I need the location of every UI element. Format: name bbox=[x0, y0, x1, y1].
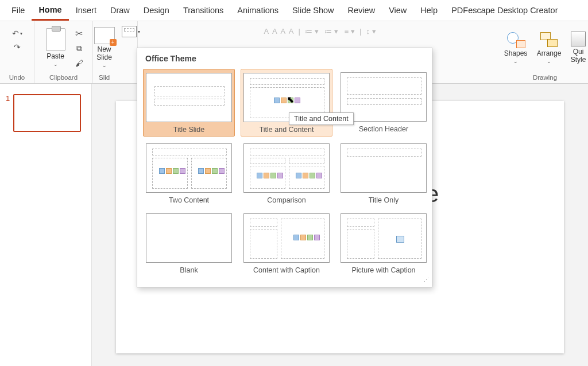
chevron-down-icon: ⌄ bbox=[102, 63, 107, 68]
layout-label: Title Only bbox=[369, 196, 399, 204]
ribbon-group-slides: New Slide ⌄ ▾ Slid bbox=[93, 21, 138, 83]
mouse-cursor-icon: ⬉ bbox=[287, 94, 294, 105]
ribbon-group-clipboard: Paste ⌄ ✂ ⧉ 🖌 Clipboard bbox=[34, 21, 93, 83]
layout-gallery: Office Theme Title SlideTitle and Conten… bbox=[137, 48, 432, 287]
format-painter-button[interactable]: 🖌 bbox=[73, 57, 86, 69]
clipboard-icon bbox=[46, 28, 65, 51]
layout-option-section_header[interactable]: Section Header bbox=[338, 69, 429, 137]
group-label-slides: Slid bbox=[93, 74, 137, 81]
ribbon-group-drawing: Shapes ⌄ Arrange ⌄ Qui Style Drawing bbox=[502, 21, 588, 83]
cut-button[interactable]: ✂ bbox=[73, 27, 86, 40]
chevron-down-icon: ⌄ bbox=[53, 61, 58, 67]
undo-icon: ↶ bbox=[12, 29, 19, 38]
ghost-align-icons: ↕ ▾ bbox=[366, 27, 376, 36]
layout-label: Two Content bbox=[169, 196, 209, 204]
thumbnail-number: 1 bbox=[6, 94, 10, 103]
menu-bar: File Home Insert Draw Design Transitions… bbox=[0, 0, 588, 21]
group-label-drawing: Drawing bbox=[502, 74, 588, 81]
layout-label: Section Header bbox=[359, 125, 408, 133]
menu-draw[interactable]: Draw bbox=[103, 1, 137, 20]
thumbnail-panel: 1 bbox=[0, 84, 92, 366]
layout-option-content_caption[interactable]: Content with Caption bbox=[241, 210, 332, 277]
menu-slideshow[interactable]: Slide Show bbox=[285, 1, 341, 20]
redo-icon: ↷ bbox=[14, 42, 21, 52]
slide-thumbnail-1[interactable] bbox=[13, 94, 81, 132]
ghost-font: A A A A bbox=[264, 27, 293, 36]
tooltip-title-and-content: Title and Content bbox=[289, 112, 354, 125]
arrange-label: Arrange bbox=[537, 49, 562, 57]
layout-option-blank[interactable]: Blank bbox=[143, 210, 235, 277]
layout-button[interactable]: ▾ bbox=[122, 26, 140, 37]
menu-pdfescape[interactable]: PDFescape Desktop Creator bbox=[444, 1, 564, 20]
menu-design[interactable]: Design bbox=[137, 1, 176, 20]
arrange-icon bbox=[539, 31, 559, 48]
menu-view[interactable]: View bbox=[382, 1, 413, 20]
shapes-button[interactable]: Shapes ⌄ bbox=[501, 24, 530, 72]
undo-button[interactable]: ↶▾ bbox=[11, 27, 24, 40]
paste-button[interactable]: Paste ⌄ bbox=[42, 24, 69, 72]
menu-file[interactable]: File bbox=[5, 1, 32, 20]
layout-thumb-comparison bbox=[243, 143, 330, 193]
menu-insert[interactable]: Insert bbox=[69, 1, 103, 20]
layout-thumb-content_caption bbox=[243, 213, 330, 263]
ribbon: ↶▾ ↷ Undo Paste ⌄ ✂ ⧉ 🖌 Clipboard New Sl… bbox=[0, 21, 588, 84]
layout-thumb-two_content bbox=[146, 143, 232, 193]
layout-label: Blank bbox=[180, 266, 198, 274]
new-slide-icon bbox=[94, 27, 115, 44]
layout-label: Content with Caption bbox=[253, 266, 320, 274]
menu-review[interactable]: Review bbox=[341, 1, 382, 20]
layout-thumb-picture_caption bbox=[341, 213, 427, 263]
brush-icon: 🖌 bbox=[75, 59, 83, 68]
layout-option-title[interactable]: Title Slide bbox=[143, 69, 235, 137]
layout-thumb-title_only bbox=[341, 143, 427, 193]
layout-thumb-title bbox=[146, 73, 232, 122]
gallery-header: Office Theme bbox=[137, 48, 432, 68]
layout-icon bbox=[122, 26, 137, 37]
layout-option-comparison[interactable]: Comparison bbox=[241, 140, 332, 207]
layout-option-picture_caption[interactable]: Picture with Caption bbox=[338, 210, 429, 277]
chevron-down-icon: ⌄ bbox=[513, 59, 518, 64]
menu-animations[interactable]: Animations bbox=[230, 1, 285, 20]
ribbon-group-undo: ↶▾ ↷ Undo bbox=[0, 21, 34, 83]
layout-thumb-blank bbox=[146, 213, 232, 263]
new-slide-button[interactable]: New Slide ⌄ bbox=[91, 24, 118, 72]
ghost-list-icons: ≔ ▾ ≔ ▾ ≡ ▾ bbox=[305, 27, 355, 36]
paste-label: Paste bbox=[47, 52, 64, 60]
scissors-icon: ✂ bbox=[75, 28, 83, 39]
layout-label: Title Slide bbox=[173, 126, 204, 134]
arrange-button[interactable]: Arrange ⌄ bbox=[533, 24, 564, 72]
menu-home[interactable]: Home bbox=[32, 1, 68, 21]
layout-option-title_only[interactable]: Title Only bbox=[338, 140, 429, 207]
shapes-label: Shapes bbox=[504, 49, 528, 57]
quick-styles-icon bbox=[571, 32, 586, 46]
copy-button[interactable]: ⧉ bbox=[73, 42, 86, 54]
copy-icon: ⧉ bbox=[76, 44, 82, 53]
new-slide-label: New Slide bbox=[96, 45, 112, 61]
redo-button[interactable]: ↷ bbox=[11, 41, 24, 53]
layout-label: Picture with Caption bbox=[351, 266, 415, 274]
group-label-undo: Undo bbox=[0, 74, 34, 81]
chevron-down-icon: ▾ bbox=[20, 31, 22, 36]
resize-grip-icon[interactable]: ⋰ bbox=[424, 279, 430, 285]
shapes-icon bbox=[506, 31, 525, 48]
layout-label: Title and Content bbox=[260, 126, 314, 134]
menu-help[interactable]: Help bbox=[413, 1, 444, 20]
chevron-down-icon: ⌄ bbox=[547, 59, 551, 64]
group-label-clipboard: Clipboard bbox=[34, 74, 92, 81]
quick-styles-label: Qui Style bbox=[571, 48, 586, 64]
menu-transitions[interactable]: Transitions bbox=[176, 1, 230, 20]
layout-option-two_content[interactable]: Two Content bbox=[143, 140, 235, 207]
layout-label: Comparison bbox=[267, 196, 305, 204]
quick-styles-button[interactable]: Qui Style bbox=[568, 24, 588, 72]
